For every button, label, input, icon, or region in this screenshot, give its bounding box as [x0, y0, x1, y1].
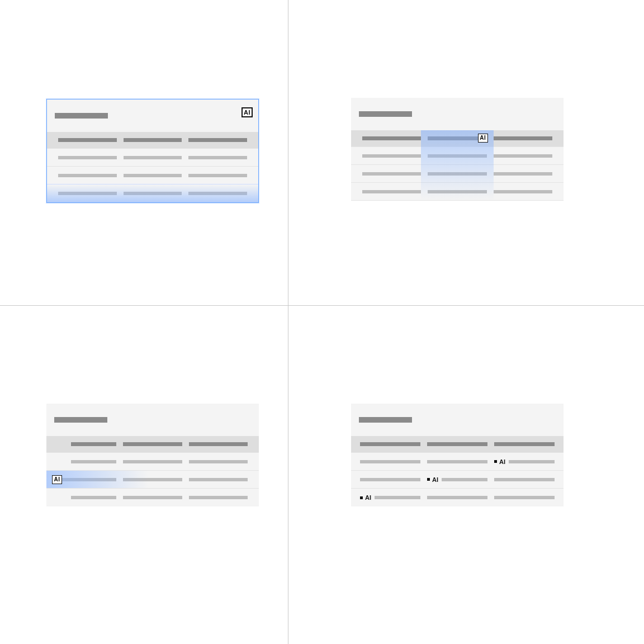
ai-badge-label: AI	[244, 110, 250, 116]
cell-placeholder	[494, 154, 552, 158]
table-header	[351, 98, 564, 130]
column-header-placeholder	[494, 442, 555, 446]
column-header-placeholder	[58, 138, 117, 142]
column-header-placeholder	[123, 442, 182, 446]
cell-placeholder	[428, 190, 486, 193]
table-title-placeholder	[359, 417, 412, 423]
ai-inline-label: AI	[499, 458, 505, 465]
table-row[interactable]: AI	[351, 489, 564, 506]
grid-divider-horizontal	[0, 305, 644, 306]
ai-inline-label: AI	[432, 476, 438, 483]
bullet-icon	[427, 478, 430, 481]
cell-placeholder	[427, 496, 487, 499]
cell-placeholder	[442, 478, 487, 481]
cell-placeholder	[362, 172, 421, 176]
table-row[interactable]	[46, 489, 259, 506]
ai-badge-icon[interactable]: AI	[478, 134, 488, 143]
table-row[interactable]: AI	[46, 471, 259, 489]
cell-placeholder	[123, 496, 182, 499]
data-table[interactable]: AI	[351, 98, 564, 201]
variant-cell-ai-markers: AI AI AI	[351, 404, 564, 506]
cell-placeholder	[58, 174, 117, 177]
cell-placeholder	[362, 190, 421, 193]
cell-placeholder	[360, 460, 420, 463]
ai-inline-label: AI	[365, 494, 371, 501]
data-table[interactable]: AI	[46, 404, 259, 506]
table-title-placeholder	[54, 417, 107, 423]
table-row[interactable]	[47, 167, 258, 184]
cell-placeholder	[124, 156, 182, 159]
ai-badge-label: AI	[480, 135, 486, 141]
cell-placeholder	[58, 192, 117, 195]
table-row[interactable]	[47, 149, 258, 167]
bullet-icon	[494, 460, 497, 463]
table-header	[46, 404, 259, 436]
table-title-placeholder	[55, 113, 108, 119]
cell-placeholder	[58, 156, 117, 159]
cell-placeholder	[360, 478, 420, 481]
cell-placeholder	[362, 154, 421, 158]
data-table[interactable]: AI	[46, 99, 259, 203]
cell-placeholder	[71, 496, 116, 499]
table-row[interactable]: AI	[351, 471, 564, 489]
data-table[interactable]: AI AI AI	[351, 404, 564, 506]
cell-placeholder	[509, 460, 555, 463]
variant-row-selected: AI	[46, 404, 259, 506]
column-header-placeholder	[494, 136, 552, 140]
table-row[interactable]	[351, 165, 564, 183]
table-row[interactable]	[351, 147, 564, 165]
column-header-placeholder	[362, 136, 421, 140]
ai-badge-icon[interactable]: AI	[52, 475, 62, 484]
cell-placeholder	[189, 478, 248, 481]
column-header-placeholder	[360, 442, 420, 446]
table-header	[351, 404, 564, 436]
table-row[interactable]: AI	[351, 453, 564, 471]
variant-table-selected: AI	[46, 99, 259, 203]
ai-badge-icon[interactable]: AI	[242, 107, 253, 117]
cell-placeholder	[375, 496, 420, 499]
cell-placeholder	[494, 190, 552, 193]
column-header-placeholder	[124, 138, 182, 142]
table-row[interactable]	[46, 453, 259, 471]
variant-column-selected: AI	[351, 98, 564, 201]
column-header-placeholder	[427, 442, 487, 446]
cell-placeholder	[494, 172, 552, 176]
cell-placeholder	[189, 460, 248, 463]
table-title-placeholder	[359, 111, 412, 117]
column-header-placeholder	[188, 138, 247, 142]
column-headers-row	[351, 436, 564, 453]
cell-placeholder	[188, 192, 247, 195]
column-header-placeholder	[189, 442, 248, 446]
table-header: AI	[47, 100, 258, 132]
ai-cell-marker[interactable]: AI	[427, 476, 438, 483]
cell-placeholder	[124, 174, 182, 177]
cell-placeholder	[123, 478, 182, 481]
cell-placeholder	[188, 174, 247, 177]
cell-placeholder	[494, 496, 555, 499]
cell-placeholder	[124, 192, 182, 195]
column-headers-row	[46, 436, 259, 453]
column-header-placeholder	[71, 442, 116, 446]
column-headers-row	[47, 132, 258, 149]
cell-placeholder	[123, 460, 182, 463]
cell-placeholder	[58, 478, 116, 481]
cell-placeholder	[71, 460, 116, 463]
column-headers-row: AI	[351, 130, 564, 147]
cell-placeholder	[428, 154, 486, 158]
cell-placeholder	[188, 156, 247, 159]
grid-divider-vertical	[288, 0, 288, 644]
cell-placeholder	[428, 172, 486, 176]
table-row[interactable]	[351, 183, 564, 201]
ai-cell-marker[interactable]: AI	[360, 494, 371, 501]
ai-cell-marker[interactable]: AI	[494, 458, 505, 465]
cell-placeholder	[189, 496, 248, 499]
cell-placeholder	[427, 460, 487, 463]
table-row[interactable]	[47, 184, 258, 202]
cell-placeholder	[494, 478, 555, 481]
ai-badge-label: AI	[54, 477, 60, 482]
bullet-icon	[360, 496, 363, 499]
